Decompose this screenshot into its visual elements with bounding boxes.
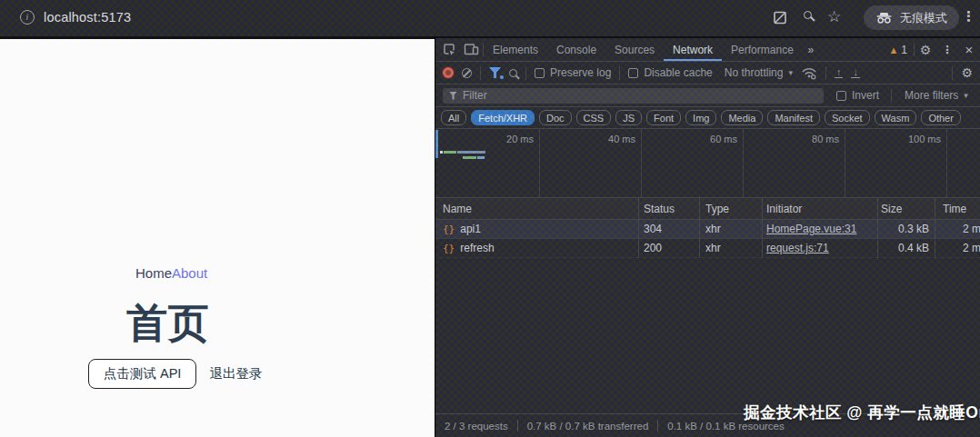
disable-cache-toggle[interactable]: Disable cache bbox=[628, 66, 712, 79]
chip-wasm[interactable]: Wasm bbox=[875, 110, 917, 125]
tab-sources[interactable]: Sources bbox=[605, 38, 664, 61]
chip-css[interactable]: CSS bbox=[576, 110, 612, 125]
waterfall-bar bbox=[440, 151, 443, 154]
test-api-button[interactable]: 点击测试 API bbox=[88, 359, 196, 389]
network-conditions-icon[interactable] bbox=[801, 66, 817, 80]
chip-fetch-xhr[interactable]: Fetch/XHR bbox=[471, 110, 535, 125]
chip-other[interactable]: Other bbox=[921, 110, 961, 125]
invert-label: Invert bbox=[852, 89, 879, 102]
network-overview-timeline[interactable]: 20 ms 40 ms 60 ms 80 ms 100 ms bbox=[435, 129, 980, 198]
chip-img[interactable]: Img bbox=[685, 110, 716, 125]
nav-link-about[interactable]: About bbox=[172, 265, 207, 281]
chevron-down-icon: ▾ bbox=[788, 68, 793, 77]
chip-doc[interactable]: Doc bbox=[539, 110, 572, 125]
table-row[interactable]: {}refresh 200 xhr request.js:71 0.4 kB 2… bbox=[435, 239, 980, 258]
incognito-label: 无痕模式 bbox=[900, 10, 947, 26]
invert-toggle[interactable]: Invert bbox=[836, 89, 879, 102]
network-toolbar: Preserve log Disable cache No throttling… bbox=[435, 62, 980, 84]
initiator-link[interactable]: HomePage.vue:31 bbox=[766, 223, 856, 235]
logout-button[interactable]: 退出登录 bbox=[207, 360, 264, 388]
preserve-log-label: Preserve log bbox=[550, 66, 611, 79]
record-network-log-icon[interactable] bbox=[443, 67, 454, 78]
column-divider[interactable] bbox=[935, 198, 935, 258]
divider bbox=[825, 66, 826, 80]
chip-socket[interactable]: Socket bbox=[825, 110, 870, 125]
web-page: HomeAbout 首页 点击测试 API 退出登录 bbox=[0, 36, 435, 437]
devtools-close-icon[interactable]: × bbox=[958, 42, 980, 57]
tick-40ms: 40 ms bbox=[585, 134, 635, 144]
import-har-icon[interactable]: ↑ bbox=[835, 67, 844, 78]
cast-off-icon[interactable] bbox=[773, 10, 788, 25]
site-info-icon[interactable]: i bbox=[20, 10, 35, 25]
col-initiator[interactable]: Initiator bbox=[766, 198, 802, 220]
waterfall-bar bbox=[463, 156, 476, 159]
column-divider[interactable] bbox=[638, 198, 639, 258]
more-filters-label: More filters bbox=[905, 89, 958, 102]
request-type: xhr bbox=[705, 239, 721, 258]
request-name[interactable]: api1 bbox=[460, 223, 481, 235]
more-filters-dropdown[interactable]: More filters ▾ bbox=[905, 89, 968, 102]
waterfall-bar bbox=[457, 151, 485, 154]
clear-network-log-icon[interactable] bbox=[462, 68, 472, 78]
invert-checkbox[interactable] bbox=[836, 91, 846, 101]
request-time: 2 ms bbox=[935, 239, 980, 258]
search-icon[interactable] bbox=[804, 11, 812, 19]
export-har-icon[interactable]: ↓ bbox=[851, 67, 860, 78]
bookmark-star-icon[interactable]: ☆ bbox=[827, 7, 841, 26]
column-divider[interactable] bbox=[877, 198, 878, 258]
preserve-log-toggle[interactable]: Preserve log bbox=[535, 66, 611, 79]
initiator-link[interactable]: request.js:71 bbox=[766, 242, 829, 254]
col-time[interactable]: Time bbox=[943, 198, 966, 220]
devtools-settings-icon[interactable]: ⚙ bbox=[915, 43, 936, 57]
incognito-icon bbox=[875, 12, 893, 24]
error-warning-badge[interactable]: ▲ 1 bbox=[888, 44, 907, 56]
devtools-menu-icon[interactable]: ⋮ bbox=[936, 44, 958, 56]
filter-input[interactable]: Filter bbox=[443, 88, 824, 104]
column-divider[interactable] bbox=[699, 198, 700, 258]
tab-elements[interactable]: Elements bbox=[484, 38, 547, 61]
request-status: 200 bbox=[644, 239, 662, 258]
inspect-element-icon[interactable] bbox=[442, 43, 456, 57]
browser-menu-icon[interactable]: ⋮ bbox=[962, 8, 975, 25]
more-tabs-icon[interactable]: » bbox=[803, 44, 819, 56]
nav-link-home[interactable]: Home bbox=[135, 265, 172, 281]
tab-performance[interactable]: Performance bbox=[722, 38, 803, 61]
col-type[interactable]: Type bbox=[705, 198, 729, 220]
divider bbox=[657, 420, 658, 432]
divider bbox=[480, 66, 481, 80]
tab-network[interactable]: Network bbox=[664, 38, 722, 61]
disable-cache-checkbox[interactable] bbox=[628, 68, 638, 78]
table-header: Name Status Type Initiator Size Time bbox=[435, 198, 980, 220]
chip-media[interactable]: Media bbox=[721, 110, 763, 125]
column-divider[interactable] bbox=[762, 198, 763, 258]
gridline bbox=[946, 129, 947, 197]
table-row[interactable]: {}api1 304 xhr HomePage.vue:31 0.3 kB 2 … bbox=[435, 220, 980, 239]
request-type: xhr bbox=[705, 220, 721, 239]
tick-20ms: 20 ms bbox=[483, 134, 534, 144]
waterfall-bar bbox=[444, 151, 456, 154]
preserve-log-checkbox[interactable] bbox=[535, 68, 545, 78]
funnel-icon bbox=[449, 92, 457, 100]
filter-toggle-icon[interactable] bbox=[489, 67, 501, 78]
throttling-dropdown[interactable]: No throttling ▾ bbox=[725, 66, 793, 79]
chip-font[interactable]: Font bbox=[646, 110, 681, 125]
gridline bbox=[539, 129, 540, 197]
request-name[interactable]: refresh bbox=[460, 242, 494, 254]
chip-js[interactable]: JS bbox=[615, 110, 642, 125]
chip-all[interactable]: All bbox=[441, 110, 466, 125]
requests-table: Name Status Type Initiator Size Time {}a… bbox=[435, 198, 980, 258]
divider bbox=[517, 420, 518, 432]
request-size: 0.3 kB bbox=[877, 220, 929, 239]
gridline bbox=[641, 129, 642, 197]
col-name[interactable]: Name bbox=[443, 198, 472, 220]
col-size[interactable]: Size bbox=[877, 198, 902, 220]
tab-console[interactable]: Console bbox=[547, 38, 605, 61]
network-settings-icon[interactable]: ⚙ bbox=[961, 65, 973, 80]
divider bbox=[619, 66, 620, 80]
chip-manifest[interactable]: Manifest bbox=[767, 110, 820, 125]
filter-placeholder: Filter bbox=[463, 89, 487, 102]
search-network-icon[interactable] bbox=[509, 69, 517, 77]
device-toolbar-icon[interactable] bbox=[464, 43, 479, 56]
col-status[interactable]: Status bbox=[644, 198, 675, 220]
address-bar[interactable]: localhost:5173 bbox=[44, 10, 131, 25]
